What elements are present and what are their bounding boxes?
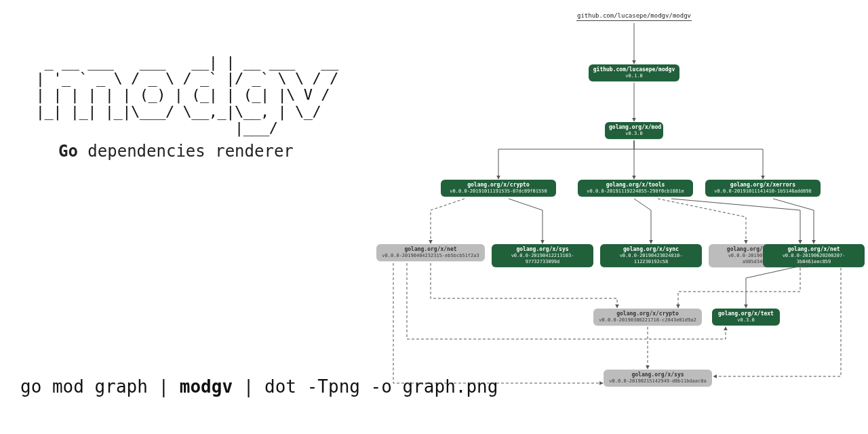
node-text: golang.org/x/text v0.3.0 [712,309,780,326]
node-sys1: golang.org/x/sys v0.0.0-20190412213103-9… [492,244,593,267]
node-version: v0.0.0-20190620200207-3b0461eec859 [767,253,861,265]
graph-root: github.com/lucasepe/modgv/modgv [576,12,692,21]
node-label: golang.org/x/net [404,246,456,252]
node-label: golang.org/x/sys [631,372,684,378]
node-net1: golang.org/x/net v0.0.0-20190404232315-e… [376,244,485,261]
node-version: v0.0.0-20190215142949-d0b11bdaac8a [608,378,708,384]
node-label: golang.org/x/mod [609,124,661,130]
node-label: golang.org/x/xerrors [730,182,795,188]
tagline: Go dependencies renderer [58,142,380,161]
node-label: golang.org/x/sys [516,246,568,252]
node-version: v0.3.0 [716,317,776,323]
node-modgv: github.com/lucasepe/modgv v0.1.0 [589,64,679,81]
node-version: v0.0.0-20190404232315-eb5bcb51f2a3 [380,253,481,259]
node-crypto1: golang.org/x/crypto v0.0.0-2019101119153… [441,180,556,197]
node-sync: golang.org/x/sync v0.0.0-20190423024810-… [600,244,702,267]
cmd-pre: go mod graph | [20,376,180,397]
node-version: v0.1.0 [593,73,675,79]
node-label: golang.org/x/text [718,311,774,317]
node-version: v0.0.0-20190412213103-97732733099d [496,253,589,265]
node-version: v0.0.0-20191011141410-1b5146add898 [709,189,816,195]
dependency-graph: github.com/lucasepe/modgv/modgv github.c… [366,7,868,414]
node-mod: golang.org/x/mod v0.3.0 [605,122,663,139]
node-version: v0.0.0-20191011191535-87dc89f01550 [445,189,552,195]
node-label: golang.org/x/sync [623,246,679,252]
root-label: github.com/lucasepe/modgv/modgv [577,12,691,19]
node-label: github.com/lucasepe/modgv [593,66,675,73]
node-label: golang.org/x/crypto [467,182,530,188]
ascii-logo: _ __ ___ ___ __| | __ ___ __ | '_ ` _ \ … [27,54,380,136]
node-label: golang.org/x/tools [606,182,665,188]
node-xerr1: golang.org/x/xerrors v0.0.0-201910111414… [705,180,821,197]
tagline-bold: Go [58,142,78,161]
node-version: v0.3.0 [609,131,659,137]
node-label: golang.org/x/crypto [616,311,679,317]
tagline-rest: dependencies renderer [78,142,294,161]
node-sys2: golang.org/x/sys v0.0.0-20190215142949-d… [604,370,712,387]
node-version: v0.0.0-20191119224855-298f0cb1881e [582,189,689,195]
node-crypto2: golang.org/x/crypto v0.0.0-2019030822171… [593,309,702,326]
node-tools: golang.org/x/tools v0.0.0-20191119224855… [578,180,693,197]
node-version: v0.0.0-20190423024810-112230192c58 [604,253,698,265]
node-label: golang.org/x/net [787,246,840,252]
node-net2: golang.org/x/net v0.0.0-20190620200207-3… [763,244,865,267]
node-version: v0.0.0-20190308221718-c2843e01d9a2 [597,317,698,323]
cmd-bold: modgv [180,376,233,397]
